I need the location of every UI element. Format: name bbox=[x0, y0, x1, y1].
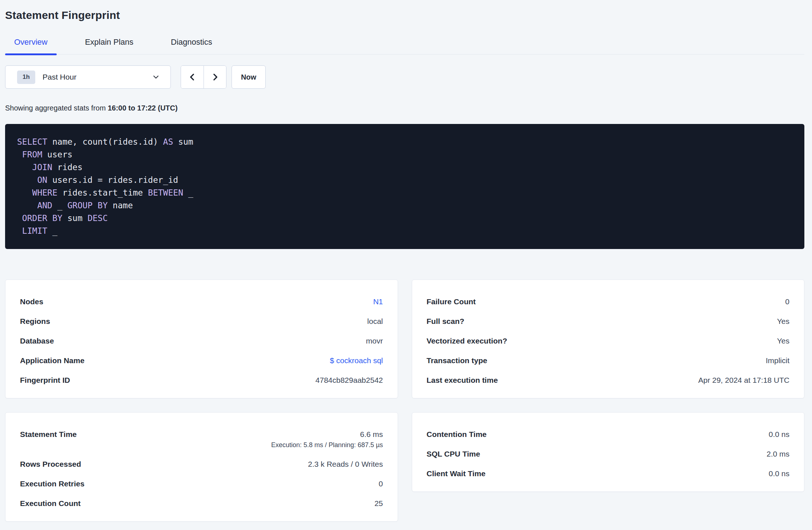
stat-value: 2.0 ms bbox=[767, 449, 789, 459]
stat-value-wrap: Implicit bbox=[766, 356, 789, 365]
stat-row: Statement Time6.6 msExecution: 5.8 ms / … bbox=[20, 429, 383, 449]
stat-value-wrap: 0.0 ns bbox=[769, 429, 789, 439]
stat-value: 0 bbox=[785, 297, 789, 306]
stat-label: Regions bbox=[20, 316, 50, 326]
stat-row: Fingerprint ID4784cb829aab2542 bbox=[20, 375, 383, 385]
stat-label: Fingerprint ID bbox=[20, 375, 70, 385]
stat-value-wrap: local bbox=[367, 316, 383, 326]
tab-diagnostics[interactable]: Diagnostics bbox=[162, 37, 221, 54]
stat-label: Vectorized execution? bbox=[427, 336, 507, 346]
time-range-label: Past Hour bbox=[43, 73, 76, 81]
stat-label: Contention Time bbox=[427, 429, 487, 439]
stat-value: 25 bbox=[374, 498, 383, 508]
stat-row: SQL CPU Time2.0 ms bbox=[427, 449, 790, 459]
stat-row: Full scan?Yes bbox=[427, 316, 790, 326]
stat-row: Last execution timeApr 29, 2024 at 17:18… bbox=[427, 375, 790, 385]
stat-row: Application Name$ cockroach sql bbox=[20, 356, 383, 365]
chevron-left-icon bbox=[188, 72, 197, 82]
stats-summary: Showing aggregated stats from 16:00 to 1… bbox=[5, 103, 804, 113]
sql-line: ON users.id = rides.rider_id bbox=[17, 174, 792, 186]
stat-value: Implicit bbox=[766, 356, 789, 365]
sql-line: FROM users bbox=[17, 148, 792, 161]
stat-value: Yes bbox=[777, 316, 789, 326]
stat-value: local bbox=[367, 316, 383, 326]
timing-cards-row: Statement Time6.6 msExecution: 5.8 ms / … bbox=[5, 412, 804, 522]
stat-value: 0 bbox=[379, 479, 383, 489]
stat-value-wrap: movr bbox=[366, 336, 383, 346]
stat-value-wrap: Apr 29, 2024 at 17:18 UTC bbox=[698, 375, 789, 385]
sql-code: SELECT name, count(rides.id) AS sum FROM… bbox=[17, 136, 792, 237]
now-button[interactable]: Now bbox=[232, 65, 266, 89]
next-time-button[interactable] bbox=[204, 66, 226, 88]
stat-row: Execution Count25 bbox=[20, 498, 383, 508]
stat-label: Full scan? bbox=[427, 316, 465, 326]
stat-row: Contention Time0.0 ns bbox=[427, 429, 790, 439]
stat-label: Execution Count bbox=[20, 498, 81, 508]
stat-value: 0.0 ns bbox=[769, 469, 789, 478]
stat-value-link[interactable]: N1 bbox=[373, 297, 383, 306]
execution-attributes-card: Failure Count0Full scan?YesVectorized ex… bbox=[412, 280, 805, 398]
prev-time-button[interactable] bbox=[181, 66, 204, 88]
stat-value-wrap: 6.6 msExecution: 5.8 ms / Planning: 687.… bbox=[271, 429, 383, 449]
stat-label: Database bbox=[20, 336, 54, 346]
stat-value-wrap: 0.0 ns bbox=[769, 469, 789, 478]
stat-value-wrap: Yes bbox=[777, 336, 789, 346]
chevron-right-icon bbox=[210, 72, 220, 82]
stat-row: Client Wait Time0.0 ns bbox=[427, 469, 790, 478]
sql-line: JOIN rides bbox=[17, 161, 792, 174]
stat-label: Failure Count bbox=[427, 297, 476, 306]
stat-value: movr bbox=[366, 336, 383, 346]
stats-summary-prefix: Showing aggregated stats from bbox=[5, 104, 108, 112]
stat-row: Databasemovr bbox=[20, 336, 383, 346]
stat-row: Rows Processed2.3 k Reads / 0 Writes bbox=[20, 459, 383, 469]
tab-bar: Overview Explain Plans Diagnostics bbox=[5, 37, 804, 55]
stat-value-wrap: 0 bbox=[379, 479, 383, 489]
stat-value-wrap: Yes bbox=[777, 316, 789, 326]
stat-value-wrap: $ cockroach sql bbox=[330, 356, 383, 365]
stat-value: Apr 29, 2024 at 17:18 UTC bbox=[698, 375, 789, 385]
stat-row: Execution Retries0 bbox=[20, 479, 383, 489]
stat-row: Regionslocal bbox=[20, 316, 383, 326]
stat-value-wrap: 4784cb829aab2542 bbox=[315, 375, 383, 385]
stat-label: Last execution time bbox=[427, 375, 498, 385]
stat-subvalue: Execution: 5.8 ms / Planning: 687.5 µs bbox=[271, 441, 383, 449]
tab-overview[interactable]: Overview bbox=[5, 37, 57, 54]
time-nav-group bbox=[181, 65, 226, 89]
interval-badge: 1h bbox=[17, 71, 35, 84]
stat-label: Transaction type bbox=[427, 356, 487, 365]
wait-timing-card: Contention Time0.0 nsSQL CPU Time2.0 msC… bbox=[412, 412, 805, 492]
stat-value-wrap: N1 bbox=[373, 297, 383, 306]
stat-value: 2.3 k Reads / 0 Writes bbox=[308, 459, 383, 469]
stat-value-wrap: 25 bbox=[374, 498, 383, 508]
time-controls-row: 1h Past Hour Now bbox=[5, 65, 804, 89]
stat-value: 0.0 ns bbox=[769, 429, 789, 439]
statement-timing-card: Statement Time6.6 msExecution: 5.8 ms / … bbox=[5, 412, 398, 522]
time-range-dropdown[interactable]: 1h Past Hour bbox=[5, 65, 171, 89]
overview-cards-row: NodesN1RegionslocalDatabasemovrApplicati… bbox=[5, 280, 804, 398]
sql-line: SELECT name, count(rides.id) AS sum bbox=[17, 136, 792, 148]
stat-label: Client Wait Time bbox=[427, 469, 486, 478]
stats-summary-range: 16:00 to 17:22 (UTC) bbox=[108, 104, 177, 112]
stat-value: 6.6 ms bbox=[360, 429, 383, 439]
stat-row: Transaction typeImplicit bbox=[427, 356, 790, 365]
sql-line: WHERE rides.start_time BETWEEN _ bbox=[17, 186, 792, 199]
sql-line: ORDER BY sum DESC bbox=[17, 212, 792, 225]
tab-explain-plans[interactable]: Explain Plans bbox=[76, 37, 142, 54]
stat-label: Nodes bbox=[20, 297, 43, 306]
stat-label: Rows Processed bbox=[20, 459, 81, 469]
stat-value: 4784cb829aab2542 bbox=[315, 375, 383, 385]
stat-label: Application Name bbox=[20, 356, 84, 365]
sql-line: LIMIT _ bbox=[17, 225, 792, 237]
stat-row: NodesN1 bbox=[20, 297, 383, 306]
stat-label: Execution Retries bbox=[20, 479, 84, 489]
page-title: Statement Fingerprint bbox=[5, 9, 804, 22]
stat-value-wrap: 0 bbox=[785, 297, 789, 306]
stat-label: Statement Time bbox=[20, 429, 77, 439]
stat-value-wrap: 2.3 k Reads / 0 Writes bbox=[308, 459, 383, 469]
stat-value: Yes bbox=[777, 336, 789, 346]
statement-details-card: NodesN1RegionslocalDatabasemovrApplicati… bbox=[5, 280, 398, 398]
stat-value-wrap: 2.0 ms bbox=[767, 449, 789, 459]
stat-value-link[interactable]: $ cockroach sql bbox=[330, 356, 383, 365]
statement-fingerprint-page: Statement Fingerprint Overview Explain P… bbox=[0, 0, 812, 522]
sql-line: AND _ GROUP BY name bbox=[17, 199, 792, 212]
